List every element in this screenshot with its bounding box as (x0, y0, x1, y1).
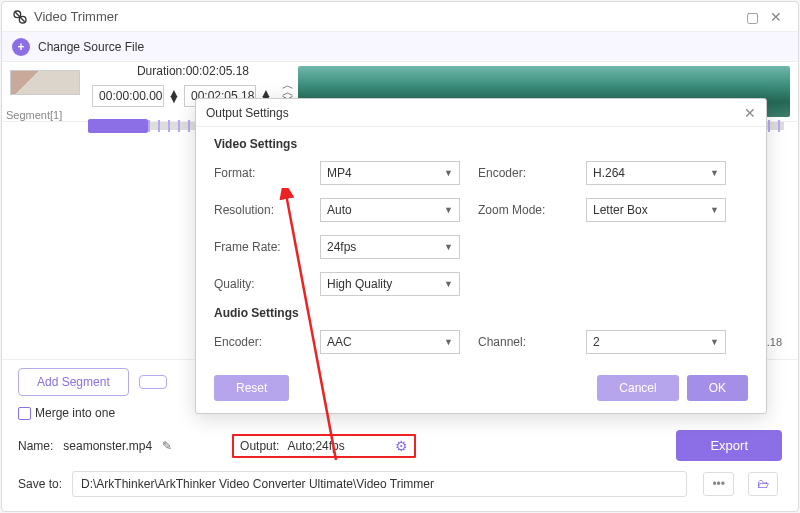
output-value: Auto;24fps (287, 439, 387, 453)
encoder-select[interactable]: H.264▼ (586, 161, 726, 185)
output-settings-gear-icon[interactable]: ⚙ (395, 438, 408, 454)
encoder-label: Encoder: (478, 166, 568, 180)
export-button[interactable]: Export (676, 430, 782, 461)
video-settings-heading: Video Settings (214, 137, 748, 151)
output-label: Output: (240, 439, 279, 453)
zoom-label: Zoom Mode: (478, 203, 568, 217)
audio-encoder-label: Encoder: (214, 335, 302, 349)
filename-value: seamonster.mp4 (63, 439, 152, 453)
resolution-label: Resolution: (214, 203, 302, 217)
dialog-close-icon[interactable]: ✕ (744, 105, 756, 121)
secondary-button[interactable] (139, 375, 167, 389)
quality-label: Quality: (214, 277, 302, 291)
ok-button[interactable]: OK (687, 375, 748, 401)
open-folder-icon[interactable]: 🗁 (748, 472, 778, 496)
channel-label: Channel: (478, 335, 568, 349)
save-path-display: D:\ArkThinker\ArkThinker Video Converter… (72, 471, 687, 497)
duration-value: 00:02:05.18 (186, 64, 249, 78)
change-source-label[interactable]: Change Source File (38, 40, 144, 54)
output-highlight-box: Output: Auto;24fps ⚙ (232, 434, 416, 458)
clip-thumbnail[interactable] (10, 70, 80, 95)
titlebar: Video Trimmer ▢ ✕ (2, 2, 798, 32)
segment-label: Segment[1] (2, 103, 72, 121)
start-time-input[interactable]: 00:00:00.00 (92, 85, 164, 107)
framerate-select[interactable]: 24fps▼ (320, 235, 460, 259)
add-source-icon[interactable]: + (12, 38, 30, 56)
cancel-button[interactable]: Cancel (597, 375, 678, 401)
app-title: Video Trimmer (34, 9, 740, 24)
minimize-button[interactable]: ▢ (740, 5, 764, 29)
framerate-label: Frame Rate: (214, 240, 302, 254)
output-settings-dialog: Output Settings ✕ Video Settings Format:… (195, 98, 767, 414)
dialog-titlebar: Output Settings ✕ (196, 99, 766, 127)
more-path-button[interactable]: ••• (703, 472, 734, 496)
merge-checkbox[interactable]: Merge into one (18, 406, 115, 420)
reset-button[interactable]: Reset (214, 375, 289, 401)
channel-select[interactable]: 2▼ (586, 330, 726, 354)
zoom-select[interactable]: Letter Box▼ (586, 198, 726, 222)
dialog-title: Output Settings (206, 106, 289, 120)
audio-encoder-select[interactable]: AAC▼ (320, 330, 460, 354)
start-time-spinner[interactable]: ▲▼ (168, 90, 180, 102)
format-label: Format: (214, 166, 302, 180)
resolution-select[interactable]: Auto▼ (320, 198, 460, 222)
duration-label: Duration: (137, 64, 186, 78)
close-button[interactable]: ✕ (764, 5, 788, 29)
quality-select[interactable]: High Quality▼ (320, 272, 460, 296)
name-label: Name: (18, 439, 53, 453)
end-timecode-overlay: .18 (767, 336, 782, 348)
app-logo-icon (12, 9, 28, 25)
save-to-label: Save to: (18, 477, 62, 491)
source-bar: + Change Source File (2, 32, 798, 62)
add-segment-button[interactable]: Add Segment (18, 368, 129, 396)
edit-name-icon[interactable]: ✎ (162, 439, 172, 453)
format-select[interactable]: MP4▼ (320, 161, 460, 185)
audio-settings-heading: Audio Settings (214, 306, 748, 320)
